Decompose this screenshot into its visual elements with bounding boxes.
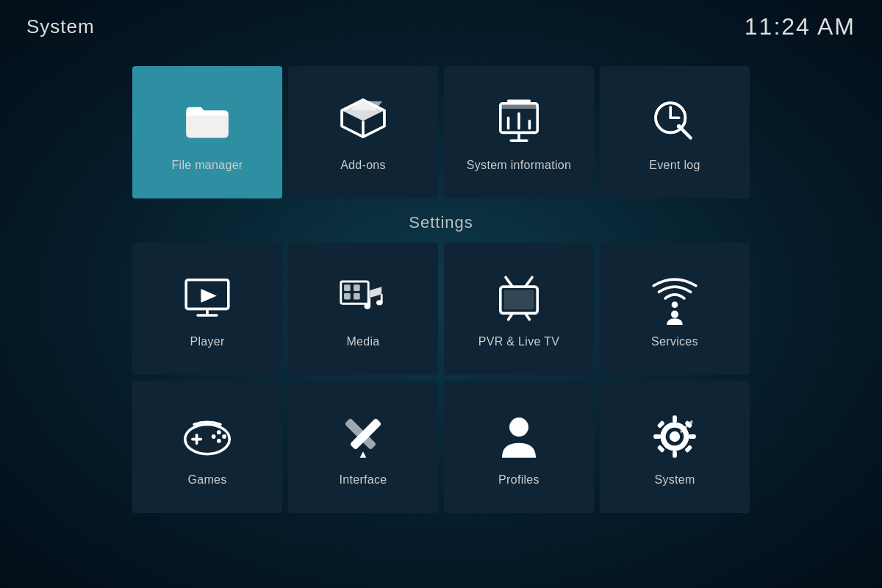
tile-event-log-label: Event log — [649, 159, 700, 172]
tile-event-log[interactable]: Event log — [600, 66, 750, 198]
tile-player-label: Player — [190, 335, 224, 348]
event-log-icon — [648, 96, 701, 148]
tile-services-label: Services — [651, 335, 698, 348]
settings-rows: Player — [132, 243, 750, 513]
svg-line-36 — [526, 277, 532, 287]
system-information-icon — [492, 96, 545, 148]
svg-line-18 — [681, 129, 691, 138]
page-title: System — [26, 15, 95, 38]
top-row: File manager Add-ons — [132, 66, 750, 198]
svg-rect-55 — [653, 434, 661, 439]
svg-point-40 — [671, 311, 678, 318]
svg-marker-21 — [201, 289, 217, 303]
settings-row-2: Games Interface — [132, 381, 750, 513]
svg-point-52 — [670, 431, 680, 442]
svg-point-32 — [376, 300, 383, 305]
tile-interface[interactable]: Interface — [288, 381, 438, 513]
svg-point-44 — [212, 434, 216, 439]
tile-file-manager-label: File manager — [172, 159, 243, 172]
tile-media[interactable]: Media — [288, 243, 438, 375]
add-ons-icon — [337, 96, 390, 148]
svg-point-47 — [222, 434, 226, 439]
settings-row-1: Player — [132, 243, 750, 375]
tile-system-information[interactable]: System information — [444, 66, 594, 198]
svg-rect-54 — [673, 451, 677, 458]
tile-add-ons[interactable]: Add-ons — [288, 66, 438, 198]
tile-pvr-live-tv-label: PVR & Live TV — [478, 335, 559, 348]
svg-rect-28 — [354, 293, 360, 300]
svg-rect-25 — [344, 284, 351, 291]
svg-point-46 — [217, 430, 221, 434]
svg-rect-34 — [504, 290, 534, 309]
games-icon — [181, 410, 234, 463]
profiles-icon — [492, 410, 545, 463]
svg-point-19 — [677, 124, 681, 129]
svg-rect-27 — [344, 293, 351, 300]
pvr-live-tv-icon — [492, 272, 545, 325]
tile-profiles-label: Profiles — [498, 473, 539, 487]
header: System 11:24 AM — [0, 0, 882, 54]
svg-point-31 — [364, 304, 370, 309]
services-icon — [648, 272, 701, 325]
tile-pvr-live-tv[interactable]: PVR & Live TV — [444, 243, 594, 375]
tile-interface-label: Interface — [340, 473, 387, 487]
tile-games-label: Games — [187, 473, 226, 487]
tile-player[interactable]: Player — [132, 243, 282, 375]
tile-games[interactable]: Games — [132, 381, 282, 513]
svg-rect-26 — [354, 284, 360, 291]
tile-add-ons-label: Add-ons — [340, 159, 386, 172]
settings-section-label: Settings — [409, 213, 473, 232]
tile-file-manager[interactable]: File manager — [132, 66, 282, 198]
tile-media-label: Media — [346, 335, 379, 348]
tile-system-label: System — [654, 473, 695, 487]
player-icon — [181, 272, 234, 325]
svg-point-39 — [672, 301, 678, 308]
svg-point-45 — [217, 439, 221, 443]
clock: 11:24 AM — [745, 13, 856, 40]
tile-system-information-label: System information — [467, 159, 571, 172]
svg-point-51 — [509, 417, 528, 437]
file-manager-icon — [181, 96, 234, 148]
media-icon — [337, 272, 390, 325]
svg-line-35 — [506, 277, 512, 287]
interface-icon — [337, 410, 390, 463]
tile-system[interactable]: System — [600, 381, 750, 513]
svg-rect-56 — [689, 434, 696, 439]
main-content: File manager Add-ons — [0, 59, 882, 588]
tile-profiles[interactable]: Profiles — [444, 381, 594, 513]
tile-services[interactable]: Services — [600, 243, 750, 375]
system-icon — [648, 410, 701, 463]
svg-marker-50 — [360, 451, 367, 458]
svg-rect-7 — [501, 104, 537, 109]
svg-rect-53 — [673, 415, 677, 423]
